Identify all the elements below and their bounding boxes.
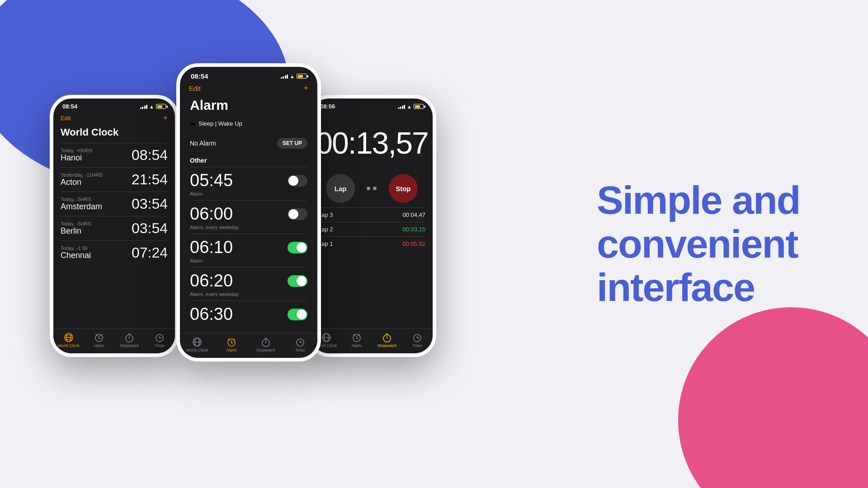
berlin-offset: Today, -5HRS xyxy=(61,221,91,226)
stop-status-bar: 08:56 ▲ xyxy=(311,99,433,112)
city-row-chennai: Today, -1:30 Chennai 07:24 xyxy=(61,240,168,265)
city-row-berlin: Today, -5HRS Berlin 03:54 xyxy=(61,216,168,240)
dot-1 xyxy=(367,187,370,190)
alarm-status-time: 08:54 xyxy=(191,72,208,80)
tab-alarm-s[interactable]: Alarm xyxy=(343,333,370,348)
tab-timer-a[interactable]: Timer xyxy=(287,337,314,352)
stop-tab-bar: World Clock Alarm xyxy=(311,328,433,353)
tab-timer-w[interactable]: Timer xyxy=(146,333,173,348)
alarm-sub-0545: Alarm xyxy=(190,191,307,197)
alarm-time-0630: 06:30 xyxy=(190,305,233,324)
alarm-row-0610: 06:10 Alarm xyxy=(190,234,307,267)
alarm-header: Edit + xyxy=(180,82,317,98)
stopwatch-icon-s xyxy=(382,333,392,343)
stop-button[interactable]: Stop xyxy=(389,174,418,203)
tab-timer-s[interactable]: Timer xyxy=(404,333,431,348)
sleep-wake-label: Sleep | Wake Up xyxy=(198,120,242,127)
lap-3-time: 00:04,47 xyxy=(402,211,425,218)
alarm-time-0545: 05:45 xyxy=(190,171,233,190)
world-tab-bar: World Clock Alarm xyxy=(53,328,175,353)
stop-battery-icon xyxy=(414,104,424,109)
alarm-row-0600: 06:00 Alarm, every weekday xyxy=(190,200,307,234)
hanoi-time: 08:54 xyxy=(132,147,168,164)
main-container: 08:54 ▲ Edit + xyxy=(0,0,868,488)
tab-stopwatch-a-label: Stopwatch xyxy=(256,348,275,352)
tab-stopwatch-w[interactable]: Stopwatch xyxy=(116,333,143,348)
tab-timer-s-label: Timer xyxy=(412,343,423,348)
alarm-add-button[interactable]: + xyxy=(303,84,308,93)
tab-timer-a-label: Timer xyxy=(295,348,306,352)
tab-stopwatch-s[interactable]: Stopwatch xyxy=(373,333,401,348)
alarm-toggle-0600[interactable] xyxy=(288,208,307,220)
alarm-tab-bar: World Clock Alarm xyxy=(180,333,317,358)
acton-name: Acton xyxy=(61,178,103,187)
stopwatch-icon-w xyxy=(124,333,134,343)
city-list: Today, +0HRS Hanoi 08:54 Yesterday, -11H… xyxy=(53,143,175,328)
lap-1-time: 00:05,92 xyxy=(402,240,425,247)
tab-stopwatch-a[interactable]: Stopwatch xyxy=(252,337,279,352)
sleep-icon: 🛏 xyxy=(190,120,196,127)
phone-alarm: 08:54 ▲ Edit + Ala xyxy=(176,63,321,361)
timer-icon-s xyxy=(412,333,422,343)
alarm-row-0545: 05:45 Alarm xyxy=(190,167,307,200)
berlin-time: 03:54 xyxy=(132,220,168,237)
chennai-time: 07:24 xyxy=(132,244,168,261)
amsterdam-offset: Today, -5HRS xyxy=(61,197,102,202)
tab-alarm-label: Alarm xyxy=(94,343,104,348)
berlin-name: Berlin xyxy=(61,226,91,236)
alarm-time-0620: 06:20 xyxy=(190,271,233,291)
tab-world-clock[interactable]: World Clock xyxy=(55,333,82,348)
world-add-button[interactable]: + xyxy=(163,113,168,123)
alarm-toggle-0620[interactable] xyxy=(288,275,307,287)
world-status-time: 08:54 xyxy=(62,103,77,110)
tab-alarm-a[interactable]: Alarm xyxy=(218,337,245,352)
alarm-edit-button[interactable]: Edit xyxy=(189,84,201,92)
tagline-section: Simple and convenient interface xyxy=(570,178,832,310)
tab-alarm[interactable]: Alarm xyxy=(85,333,113,348)
alarm-time-0610: 06:10 xyxy=(190,238,233,257)
wifi-icon: ▲ xyxy=(149,104,154,109)
phone-world-clock: 08:54 ▲ Edit + xyxy=(50,95,179,357)
lap-button[interactable]: Lap xyxy=(326,174,355,203)
world-status-icons: ▲ xyxy=(140,104,166,109)
world-edit-button[interactable]: Edit xyxy=(61,115,71,122)
hanoi-offset: Today, +0HRS xyxy=(61,148,92,153)
alarm-toggle-0610[interactable] xyxy=(288,242,307,253)
alarm-status-bar: 08:54 ▲ xyxy=(180,67,317,82)
tab-world-a-label: World Clock xyxy=(186,348,208,352)
stop-status-time: 08:56 xyxy=(320,103,335,110)
alarm-time-0600: 06:00 xyxy=(190,204,233,224)
lap-row-1: Lap 1 00:05,92 xyxy=(318,236,425,251)
alarm-sub-0610: Alarm xyxy=(190,258,307,263)
world-clock-title: World Clock xyxy=(53,127,175,143)
chennai-offset: Today, -1:30 xyxy=(61,245,91,251)
tagline-line2: convenient interface xyxy=(597,222,832,310)
alarm-toggle-0630[interactable] xyxy=(288,309,307,320)
tab-stopwatch-w-label: Stopwatch xyxy=(120,343,139,348)
city-row-hanoi: Today, +0HRS Hanoi 08:54 xyxy=(61,143,168,167)
battery-icon xyxy=(156,104,166,109)
tab-alarm-a-label: Alarm xyxy=(226,348,237,352)
phones-section: 08:54 ▲ Edit + xyxy=(36,41,452,447)
alarm-sub-0600: Alarm, every weekday xyxy=(190,225,307,230)
other-label: Other xyxy=(190,152,307,167)
lap-row-2: Lap 2 00:03,15 xyxy=(318,222,425,236)
amsterdam-time: 03:54 xyxy=(132,196,168,212)
world-header: Edit + xyxy=(53,112,175,127)
sleep-wake-bar: 🛏 Sleep | Wake Up xyxy=(180,117,317,130)
globe-icon-s xyxy=(321,333,331,343)
lap-row-3: Lap 3 00:04,47 xyxy=(318,207,425,222)
stopwatch-icon-a xyxy=(261,337,271,347)
laps-list: Lap 3 00:04,47 Lap 2 00:03,15 Lap 1 00:0… xyxy=(311,207,433,328)
acton-offset: Yesterday, -11HRS xyxy=(61,172,103,178)
stop-status-icons: ▲ xyxy=(398,104,424,109)
tab-stopwatch-s-label: Stopwatch xyxy=(377,343,396,348)
tab-world-a[interactable]: World Clock xyxy=(184,337,211,352)
tagline-line1: Simple and xyxy=(597,178,800,222)
setup-button[interactable]: SET UP xyxy=(277,138,307,149)
alarm-icon-a xyxy=(226,337,236,347)
alarm-signal-icon xyxy=(281,74,288,79)
alarm-icon xyxy=(94,333,104,343)
acton-time: 21:54 xyxy=(132,171,168,188)
alarm-toggle-0545[interactable] xyxy=(288,175,307,187)
